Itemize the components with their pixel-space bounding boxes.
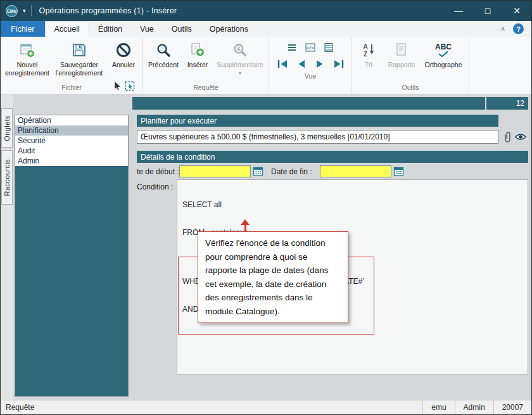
search-previous-icon	[155, 41, 172, 60]
ribbon-group-requete: Précédent Insérer	[143, 37, 269, 94]
svg-text:</>: </>	[307, 46, 315, 51]
previous-search-label: Précédent	[148, 61, 179, 69]
end-date-input[interactable]	[320, 165, 391, 177]
rail-tab-onglets[interactable]: Onglets	[1, 108, 13, 148]
additional-search-label: Supplémentaire	[217, 61, 263, 69]
tab-accueil[interactable]: Accueil	[45, 21, 89, 37]
sidebar-item-admin[interactable]: Admin	[15, 156, 128, 166]
spellcheck-button[interactable]: ABC Orthographe	[420, 38, 467, 70]
sort-button[interactable]: A Z Tri	[354, 38, 383, 70]
status-cell-emu: emu	[422, 400, 454, 414]
side-rail: Onglets Raccourcis	[1, 94, 13, 400]
record-count-box: 12	[486, 97, 528, 110]
new-record-button[interactable]: Nouvel enregistrement	[3, 38, 52, 77]
sidebar-item-planification[interactable]: Planification	[15, 125, 128, 136]
reports-label: Rapports	[388, 61, 415, 69]
condition-label: Condition :	[137, 182, 173, 191]
spellcheck-abc-glyph: ABC	[435, 43, 452, 51]
start-date-input[interactable]	[179, 165, 251, 177]
rail-tab-onglets-label: Onglets	[3, 115, 11, 141]
attachment-icon[interactable]	[501, 131, 514, 143]
statusbar: Requête emu Admin 20007	[1, 400, 531, 414]
sidebar-panel: Opération Planification Sécurité Audit A…	[15, 115, 129, 397]
eye-icon[interactable]	[514, 131, 527, 143]
rail-tab-raccourcis[interactable]: Raccourcis	[1, 150, 13, 205]
cancel-button[interactable]: Annuler	[106, 38, 141, 70]
start-date-calendar-icon[interactable]	[252, 165, 264, 177]
status-cell-user: Admin	[455, 400, 493, 414]
svg-text:&: &	[237, 46, 241, 52]
window-title: Opérations programmées (1) - Insérer	[39, 6, 177, 15]
tab-outils[interactable]: Outils	[163, 21, 201, 37]
save-record-button[interactable]: Sauvegarder l'enregistrement	[52, 38, 106, 77]
ribbon-collapse-icon[interactable]: ∧	[500, 25, 505, 33]
status-mode: Requête	[1, 400, 34, 414]
cancel-icon	[115, 41, 132, 60]
previous-search-button[interactable]: Précédent	[145, 38, 182, 70]
sql-line-select: SELECT all	[182, 200, 528, 210]
dropdown-caret-icon: ▾	[239, 70, 241, 78]
help-icon[interactable]: ?	[513, 23, 524, 34]
minimize-button[interactable]: —	[444, 1, 473, 21]
last-record-button[interactable]	[331, 58, 347, 70]
app-icon[interactable]: EMu	[6, 5, 18, 17]
sort-icon: A Z	[360, 41, 377, 60]
titlebar-separator	[31, 5, 32, 16]
sidebar-filler	[15, 166, 128, 396]
condition-textarea[interactable]: SELECT all FROM ecatalogue WHERE AdmDate…	[177, 179, 528, 374]
next-record-button[interactable]	[312, 58, 327, 70]
tab-edition[interactable]: Édition	[89, 21, 131, 37]
quick-access-caret-icon[interactable]: ▾	[23, 8, 26, 14]
end-date-label: Date de fin :	[271, 167, 312, 176]
record-strip	[132, 97, 485, 110]
maximize-button[interactable]: □	[473, 1, 502, 21]
status-cell-port: 20007	[493, 400, 531, 414]
svg-text:Z: Z	[364, 51, 367, 58]
reports-icon	[393, 41, 410, 60]
close-button[interactable]: ✕	[502, 1, 531, 21]
new-record-label: Nouvel enregistrement	[3, 61, 51, 77]
spellcheck-icon: ABC	[435, 41, 452, 60]
page-view-icon[interactable]	[322, 41, 335, 54]
svg-text:A: A	[363, 43, 367, 50]
sidebar-item-operation[interactable]: Opération	[15, 115, 128, 125]
ribbon-group-label-requete: Requête	[145, 82, 267, 94]
rail-tab-raccourcis-label: Raccourcis	[3, 159, 11, 196]
tab-fichier[interactable]: Fichier	[1, 21, 45, 37]
sort-label: Tri	[365, 61, 372, 69]
cancel-label: Annuler	[112, 61, 135, 69]
first-record-button[interactable]	[274, 58, 291, 70]
save-record-label: Sauvegarder l'enregistrement	[53, 61, 106, 77]
new-record-icon	[19, 41, 35, 60]
insert-label: Insérer	[187, 61, 208, 69]
tab-operations[interactable]: Opérations	[201, 21, 257, 37]
additional-search-button[interactable]: & Supplémentaire ▾	[213, 38, 267, 78]
sidebar-item-securite[interactable]: Sécurité	[15, 136, 128, 146]
marquee-select-icon[interactable]	[124, 80, 136, 94]
tab-vue[interactable]: Vue	[131, 21, 163, 37]
code-view-icon[interactable]: </>	[304, 41, 317, 54]
list-view-icon[interactable]	[286, 41, 298, 54]
end-date-calendar-icon[interactable]	[393, 165, 405, 177]
ribbon: Nouvel enregistrement Sauvegarder l'enre…	[1, 37, 531, 94]
pointer-cursor-icon[interactable]	[112, 80, 122, 94]
section-header-planifier-label: Planifier pour exécuter	[141, 117, 217, 125]
insert-button[interactable]: Insérer	[182, 38, 213, 70]
app-icon-label: EMu	[7, 9, 16, 13]
schedule-summary-field[interactable]	[137, 130, 498, 144]
annotation-callout-text: Vérifiez l'énoncé de la condition pour c…	[205, 238, 328, 316]
main-area: Onglets Raccourcis Opération Planificati…	[1, 94, 531, 400]
spellcheck-label: Orthographe	[425, 61, 462, 69]
annotation-callout: Vérifiez l'énoncé de la condition pour c…	[198, 231, 348, 323]
selection-tools	[112, 80, 136, 94]
titlebar: EMu ▾ Opérations programmées (1) - Insér…	[1, 1, 531, 21]
start-date-label: te de début :	[137, 167, 179, 176]
menubar: Fichier Accueil Édition Vue Outils Opéra…	[1, 21, 531, 37]
save-icon	[71, 41, 87, 60]
sidebar-item-audit[interactable]: Audit	[15, 146, 128, 156]
section-header-details: Détails de la condition	[137, 151, 528, 163]
ribbon-group-label-vue: Vue	[271, 71, 350, 82]
previous-record-button[interactable]	[294, 58, 309, 70]
reports-button[interactable]: Rapports	[383, 38, 420, 70]
section-header-planifier: Planifier pour exécuter	[137, 115, 498, 127]
